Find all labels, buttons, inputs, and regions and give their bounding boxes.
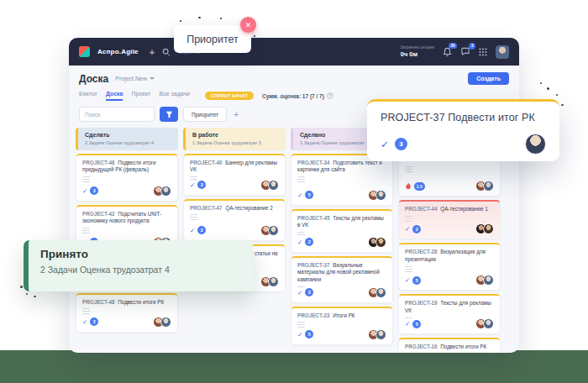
estimate-badge: 5: [412, 276, 421, 285]
assignee-avatars: [475, 275, 494, 286]
assignee-avatars: [368, 190, 386, 201]
task-card-id: PROJECT-23: [297, 312, 330, 318]
task-card[interactable]: 1.5: [398, 160, 501, 197]
tab-project[interactable]: Проект: [131, 91, 150, 101]
estimate-badge: 2: [412, 225, 421, 233]
task-card[interactable]: PROJECT-46 Подвести итоги предыдущей РК …: [76, 154, 178, 202]
sketch-dot: [20, 286, 23, 288]
column-header[interactable]: В работе1 Задача Оценка трудозатрат 3: [183, 128, 286, 150]
task-card-title: PROJECT-42 Подсчитать UNIT-экономику нов…: [82, 211, 171, 226]
task-card-title: PROJECT-48 Подвести итоги РК: [82, 299, 171, 307]
check-icon: ✓: [190, 181, 195, 189]
add-filter-button[interactable]: +: [232, 109, 240, 119]
task-card-id: PROJECT-48: [82, 299, 115, 305]
notifications-button[interactable]: 26: [443, 47, 452, 57]
assignee-avatars: [260, 225, 279, 236]
avatar: [268, 225, 279, 236]
search-input[interactable]: [79, 107, 155, 122]
priority-tooltip: Приоритет ✕: [174, 25, 251, 53]
tab-all-tasks[interactable]: Все задачи: [160, 91, 191, 101]
estimate-badge: 5: [412, 320, 421, 328]
check-icon: ✓: [297, 289, 302, 296]
task-card-title: PROJECT-46 Подвести итоги предыдущей РК …: [82, 160, 171, 175]
task-card-id: PROJECT-16: [405, 344, 438, 349]
sketch-dot: [561, 104, 564, 106]
sprint-status-badge: СПРИНТ НАЧАТ: [205, 92, 254, 100]
check-icon: ✓: [190, 227, 195, 234]
task-preview-card[interactable]: PROJECT-37 Подвести итог РК ✓ 3: [367, 99, 559, 161]
sketch-dot: [34, 296, 36, 297]
create-button[interactable]: Создать: [468, 72, 509, 85]
task-card-id: PROJECT-46: [82, 160, 115, 165]
sprint-summary: Сумм. оценка: 17 (7 / 7) ?: [262, 92, 333, 99]
assignee-avatars: [475, 181, 494, 192]
description-icon: [82, 308, 90, 314]
avatar: [483, 181, 494, 192]
avatar: [375, 237, 386, 248]
sketch-dot: [214, 55, 216, 57]
task-card-id: PROJECT-47: [190, 205, 223, 211]
tab-backlog[interactable]: Бэклог: [79, 91, 97, 101]
accepted-column-title: Принято: [40, 248, 241, 260]
column-header[interactable]: Сделать2 Задачи Оценка трудозатрат 4: [76, 128, 178, 150]
estimate-badge: 2: [305, 238, 313, 246]
task-card-title: PROJECT-34 Подготовить текст и картинки …: [297, 160, 386, 175]
description-icon: [405, 166, 412, 172]
estimate-badge: 3: [90, 186, 98, 195]
sketch-dot: [232, 54, 234, 55]
tab-board[interactable]: Доска: [106, 91, 123, 101]
assignee-avatars: [368, 287, 386, 298]
sprint-summary-text: Сумм. оценка: 17 (7 / 7): [262, 93, 324, 99]
task-card[interactable]: PROJECT-40 Баннер для рекламы VK✓3: [183, 154, 286, 196]
time-spent-label: Затрачено сегодня: [401, 45, 434, 50]
task-card[interactable]: PROJECT-44 QA-тестирование 1✓2: [398, 200, 501, 239]
info-icon[interactable]: ?: [327, 92, 333, 99]
sketch-dot: [180, 20, 181, 22]
task-card[interactable]: PROJECT-48 Подвести итоги РК✓2: [76, 293, 178, 333]
estimate-badge: 2: [90, 317, 98, 326]
avatar: [160, 317, 171, 328]
task-preview-meta: ✓ 3: [381, 134, 546, 155]
messages-badge: 3: [469, 43, 475, 50]
apps-grid-icon[interactable]: [479, 48, 487, 56]
sketch-dot: [540, 82, 542, 84]
description-icon: [297, 322, 305, 328]
priority-filter-chip[interactable]: Приоритет: [183, 107, 227, 122]
assignee-avatars: [475, 223, 494, 234]
board-column: Сделать2 Задачи Оценка трудозатрат 4PROJ…: [76, 128, 178, 333]
estimate-badge: 5: [305, 191, 313, 199]
task-card-meta: ✓2: [82, 317, 171, 328]
flame-icon: [405, 182, 412, 190]
sketch-dot: [547, 87, 549, 90]
project-selector[interactable]: Project.New: [115, 76, 155, 81]
check-icon: ✓: [297, 239, 302, 246]
sketch-dot: [198, 17, 201, 18]
close-icon[interactable]: ✕: [240, 17, 256, 33]
filter-button[interactable]: [160, 107, 178, 122]
task-card[interactable]: PROJECT-23 Итоги РК✓5: [291, 307, 393, 345]
user-avatar[interactable]: [496, 45, 509, 59]
description-icon: [297, 176, 305, 182]
assignee-avatars: [260, 276, 279, 287]
messages-button[interactable]: 3: [460, 47, 470, 56]
task-card-title: PROJECT-40 Баннер для рекламы VK: [190, 160, 279, 175]
task-card-title: PROJECT-37 Визуальные материалы для ново…: [297, 262, 386, 284]
task-card-id: PROJECT-44: [405, 206, 438, 212]
task-card[interactable]: PROJECT-37 Визуальные материалы для ново…: [291, 256, 393, 303]
task-card[interactable]: PROJECT-16 Подвести итоги РК: [398, 338, 501, 353]
task-card-id: PROJECT-42: [82, 211, 115, 217]
task-card[interactable]: PROJECT-19 Тексты для рекламы VK✓5: [398, 294, 501, 334]
avatar: [483, 223, 494, 234]
time-spent: Затрачено сегодня 0ч 0м: [401, 45, 434, 58]
task-card[interactable]: PROJECT-47 QA-тестирование 2✓2: [183, 199, 286, 241]
task-card[interactable]: PROJECT-28 Визуализация для презентации✓…: [398, 243, 501, 291]
column-name: В работе: [192, 132, 279, 138]
page-bottom-band: [0, 350, 588, 383]
sketch-dot: [220, 18, 222, 19]
avatar: [375, 287, 386, 298]
task-card[interactable]: PROJECT-45 Тексты для рекламы в VK✓2: [291, 209, 393, 253]
check-icon: ✓: [82, 187, 87, 195]
assignee-avatars: [153, 186, 171, 197]
add-icon[interactable]: +: [150, 47, 155, 57]
accepted-column-meta: 2 Задачи Оценка трудозатрат 4: [40, 265, 241, 275]
